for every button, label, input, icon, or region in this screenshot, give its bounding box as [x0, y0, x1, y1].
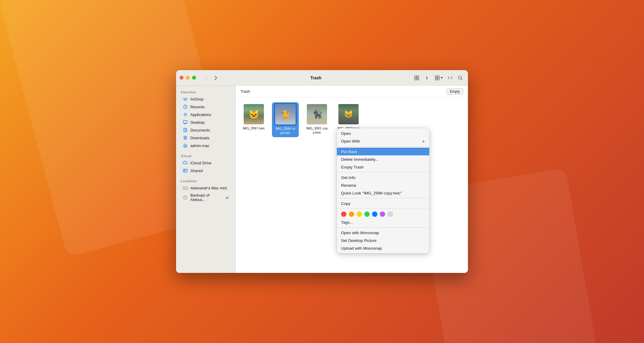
sidebar-section-locations: Locations [176, 177, 235, 184]
search-button[interactable] [456, 74, 464, 82]
documents-icon [183, 127, 188, 133]
toolbar-nav [202, 74, 220, 82]
ctx-delete-immediately-label: Delete Immediately... [341, 157, 379, 162]
grid-icon [414, 75, 419, 81]
ctx-open-label: Open [341, 131, 351, 136]
ctx-empty-trash-label: Empty Trash [341, 165, 364, 169]
sidebar-item-icloud-drive[interactable]: iCloud Drive [178, 159, 234, 167]
shared-icon [183, 168, 188, 173]
ctx-sep-2 [337, 172, 429, 172]
sidebar-label-macmini: Aleksandr's Mac mini [190, 186, 227, 190]
sidebar-label-desktop: Desktop [190, 120, 205, 125]
color-yellow[interactable] [357, 211, 362, 217]
ctx-empty-trash[interactable]: Empty Trash [337, 163, 429, 171]
sidebar-item-documents[interactable]: Documents [178, 126, 234, 134]
ctx-upload-monosnap[interactable]: Upload with Monosnap [337, 244, 429, 252]
ctx-open[interactable]: Open [337, 129, 429, 137]
file-name-img3001copy: IMG_3001 copy.heic [305, 126, 329, 135]
ctx-sep-4 [337, 208, 429, 209]
color-blue[interactable] [372, 211, 377, 217]
sidebar-label-adminmac: admin-mac [190, 143, 209, 148]
color-gray[interactable] [388, 211, 393, 217]
file-thumbnail-img2997 [244, 104, 264, 124]
ctx-quick-look-label: Quick Look "IMG_2998 copy.heic" [341, 191, 402, 195]
ctx-open-monosnap-label: Open with Monosnap [341, 231, 379, 235]
more-button[interactable] [446, 74, 454, 82]
file-item-img3001copy[interactable]: IMG_3001 copy.heic [304, 102, 330, 137]
file-item-img2997[interactable]: IMG_2997.heic [240, 102, 267, 137]
file-name-img2997: IMG_2997.heic [243, 126, 265, 130]
ctx-open-with[interactable]: Open With ▶ [337, 137, 429, 145]
macmini-icon [183, 185, 188, 191]
ctx-get-info[interactable]: Get Info [337, 174, 429, 181]
sidebar-item-adminmac[interactable]: admin-mac [178, 142, 234, 149]
color-purple[interactable] [380, 211, 385, 217]
home-icon [183, 143, 188, 148]
sidebar-item-backups[interactable]: Backups of Aleksa... ⏏ [178, 192, 234, 203]
svg-rect-14 [183, 169, 187, 172]
sidebar-section-icloud: iCloud [176, 152, 235, 159]
sidebar-section-favorites: Favorites [176, 88, 235, 95]
ctx-put-back-label: Put Back [341, 149, 357, 154]
airdrop-icon [183, 96, 188, 102]
color-orange[interactable] [349, 211, 354, 217]
breadcrumb: Trash [240, 89, 250, 94]
empty-trash-button[interactable]: Empty [447, 89, 463, 95]
ctx-quick-look[interactable]: Quick Look "IMG_2998 copy.heic" [337, 189, 429, 197]
forward-button[interactable] [211, 74, 220, 82]
sidebar-item-applications[interactable]: Applications [178, 111, 234, 118]
dropdown-chevron-icon [441, 77, 443, 79]
eject-icon[interactable]: ⏏ [225, 195, 229, 200]
maximize-button[interactable] [192, 76, 196, 80]
title-bar: Trash [176, 70, 468, 86]
sidebar-item-downloads[interactable]: Downloads [178, 134, 234, 142]
view-options-icon [435, 75, 440, 81]
view-options-button[interactable] [433, 74, 444, 81]
ctx-set-desktop[interactable]: Set Desktop Picture [337, 237, 429, 244]
svg-rect-1 [417, 76, 419, 78]
close-button[interactable] [180, 76, 183, 80]
ctx-copy-label: Copy [341, 201, 351, 206]
file-area-header: Trash Empty [236, 86, 468, 98]
file-thumbnail-img4 [338, 104, 359, 124]
sidebar-label-shared: Shared [190, 169, 203, 173]
ctx-sep-3 [337, 198, 429, 198]
ctx-open-with-label: Open With [341, 139, 360, 143]
sidebar-item-macmini[interactable]: Aleksandr's Mac mini [178, 184, 234, 192]
minimize-button[interactable] [186, 76, 190, 80]
sidebar-label-icloud-drive: iCloud Drive [190, 161, 211, 165]
traffic-lights [180, 76, 196, 80]
svg-rect-3 [417, 78, 419, 80]
sidebar-label-backups: Backups of Aleksa... [190, 193, 223, 202]
toolbar-right [412, 74, 464, 82]
color-green[interactable] [364, 211, 370, 217]
ctx-upload-monosnap-label: Upload with Monosnap [341, 246, 382, 251]
sidebar-item-airdrop[interactable]: AirDrop [178, 95, 234, 103]
ctx-delete-immediately[interactable]: Delete Immediately... [337, 155, 429, 163]
ctx-open-monosnap[interactable]: Open with Monosnap [337, 229, 429, 237]
sidebar-item-desktop[interactable]: Desktop [178, 118, 234, 126]
grid-view-button[interactable] [412, 74, 421, 81]
chevron-right-icon [214, 76, 217, 80]
svg-point-16 [185, 188, 186, 189]
sidebar-item-shared[interactable]: Shared [178, 167, 234, 174]
backups-icon [183, 195, 188, 200]
file-item-img2998copy[interactable]: IMG_2998 copy.heic [272, 102, 299, 137]
recents-icon [183, 104, 188, 109]
ctx-put-back[interactable]: Put Back [337, 148, 429, 155]
ctx-copy[interactable]: Copy [337, 200, 429, 207]
sidebar-item-recents[interactable]: Recents [178, 103, 234, 111]
svg-rect-7 [438, 78, 439, 80]
back-button[interactable] [202, 74, 210, 82]
sort-button[interactable] [422, 74, 432, 81]
sidebar-label-recents: Recents [190, 105, 205, 109]
color-red[interactable] [341, 211, 346, 217]
svg-rect-5 [438, 76, 439, 78]
svg-rect-15 [183, 187, 188, 189]
sort-icon [425, 76, 429, 80]
search-icon [458, 75, 463, 80]
svg-rect-6 [435, 78, 437, 80]
ctx-rename[interactable]: Rename [337, 181, 429, 189]
file-name-img2998copy: IMG_2998 copy.heic [274, 126, 297, 135]
ctx-tags[interactable]: Tags... [337, 218, 429, 226]
